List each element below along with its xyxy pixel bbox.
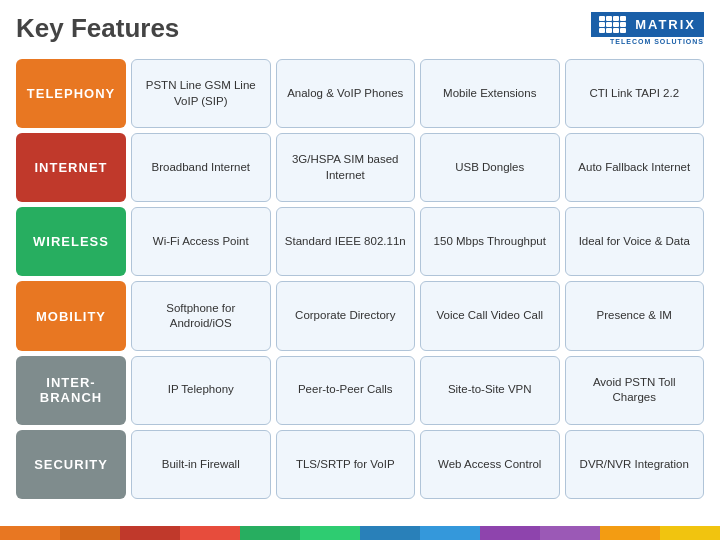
bar-segment <box>600 526 660 540</box>
logo-brand: MATRIX <box>635 17 696 32</box>
bar-segment <box>240 526 300 540</box>
feat-cell-r1-c2: USB Dongles <box>420 133 560 202</box>
bar-segment <box>0 526 60 540</box>
feat-cell-r0-c2: Mobile Extensions <box>420 59 560 128</box>
row-label-telephony: TELEPHONY <box>16 59 126 128</box>
logo-sub: TELECOM SOLUTIONS <box>610 38 704 45</box>
bar-segment <box>180 526 240 540</box>
bar-segment <box>300 526 360 540</box>
feat-cell-r2-c1: Standard IEEE 802.11n <box>276 207 416 276</box>
logo: MATRIX TELECOM SOLUTIONS <box>591 12 704 45</box>
feat-cell-r4-c2: Site-to-Site VPN <box>420 356 560 425</box>
feat-cell-r5-c0: Built-in Firewall <box>131 430 271 499</box>
row-label-interbranch: INTER- BRANCH <box>16 356 126 425</box>
feat-cell-r2-c2: 150 Mbps Throughput <box>420 207 560 276</box>
row-label-internet: INTERNET <box>16 133 126 202</box>
bar-segment <box>660 526 720 540</box>
logo-grid-icon <box>599 16 626 33</box>
feat-cell-r1-c1: 3G/HSPA SIM based Internet <box>276 133 416 202</box>
feat-cell-r1-c3: Auto Fallback Internet <box>565 133 705 202</box>
bar-segment <box>540 526 600 540</box>
bar-segment <box>60 526 120 540</box>
feat-cell-r4-c1: Peer-to-Peer Calls <box>276 356 416 425</box>
bar-segment <box>360 526 420 540</box>
feat-cell-r0-c0: PSTN Line GSM Line VoIP (SIP) <box>131 59 271 128</box>
feat-cell-r1-c0: Broadband Internet <box>131 133 271 202</box>
feat-cell-r0-c3: CTI Link TAPI 2.2 <box>565 59 705 128</box>
feat-cell-r3-c1: Corporate Directory <box>276 281 416 350</box>
feat-cell-r0-c1: Analog & VoIP Phones <box>276 59 416 128</box>
feat-cell-r4-c0: IP Telephony <box>131 356 271 425</box>
feat-cell-r5-c2: Web Access Control <box>420 430 560 499</box>
bar-segment <box>420 526 480 540</box>
logo-box: MATRIX <box>591 12 704 37</box>
row-label-mobility: MOBILITY <box>16 281 126 350</box>
page-title: Key Features <box>16 13 179 44</box>
row-label-wireless: WIRELESS <box>16 207 126 276</box>
features-table: TELEPHONYPSTN Line GSM Line VoIP (SIP)An… <box>16 59 704 499</box>
header: Key Features MATRIX TELECOM SOLUTIONS <box>16 12 704 45</box>
bar-segment <box>480 526 540 540</box>
feat-cell-r5-c1: TLS/SRTP for VoIP <box>276 430 416 499</box>
row-label-security: SECURITY <box>16 430 126 499</box>
bar-segment <box>120 526 180 540</box>
feat-cell-r3-c3: Presence & IM <box>565 281 705 350</box>
feat-cell-r4-c3: Avoid PSTN Toll Charges <box>565 356 705 425</box>
feat-cell-r2-c0: Wi-Fi Access Point <box>131 207 271 276</box>
page: Key Features MATRIX TELECOM SOLUTIONS TE… <box>0 0 720 540</box>
feat-cell-r3-c0: Softphone for Android/iOS <box>131 281 271 350</box>
bottom-bar <box>0 526 720 540</box>
feat-cell-r5-c3: DVR/NVR Integration <box>565 430 705 499</box>
feat-cell-r2-c3: Ideal for Voice & Data <box>565 207 705 276</box>
feat-cell-r3-c2: Voice Call Video Call <box>420 281 560 350</box>
